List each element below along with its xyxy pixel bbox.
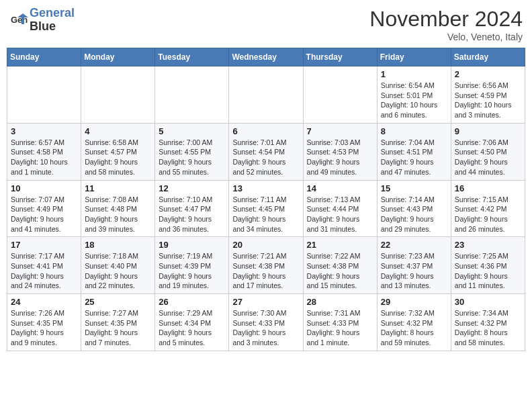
day-number: 19 — [159, 240, 225, 250]
day-number: 4 — [85, 126, 151, 136]
logo-icon: Gen — [9, 11, 28, 30]
day-info: Sunrise: 7:17 AM Sunset: 4:41 PM Dayligh… — [11, 251, 77, 291]
day-info: Sunrise: 7:11 AM Sunset: 4:45 PM Dayligh… — [232, 195, 299, 234]
weekday-header-wednesday: Wednesday — [229, 48, 303, 66]
calendar-cell: 6Sunrise: 7:01 AM Sunset: 4:54 PM Daylig… — [229, 123, 303, 180]
day-info: Sunrise: 7:31 AM Sunset: 4:33 PM Dayligh… — [307, 308, 373, 348]
calendar-cell: 1Sunrise: 6:54 AM Sunset: 5:01 PM Daylig… — [377, 66, 451, 124]
day-number: 18 — [85, 240, 151, 250]
day-number: 15 — [381, 183, 447, 193]
day-info: Sunrise: 7:32 AM Sunset: 4:32 PM Dayligh… — [381, 308, 447, 348]
calendar-cell: 26Sunrise: 7:29 AM Sunset: 4:34 PM Dayli… — [155, 294, 229, 351]
calendar-week-5: 24Sunrise: 7:26 AM Sunset: 4:35 PM Dayli… — [7, 294, 525, 351]
day-number: 21 — [307, 240, 373, 250]
calendar-cell: 25Sunrise: 7:27 AM Sunset: 4:35 PM Dayli… — [81, 294, 155, 351]
calendar-table: SundayMondayTuesdayWednesdayThursdayFrid… — [7, 48, 525, 351]
day-number: 25 — [85, 297, 151, 307]
day-info: Sunrise: 6:58 AM Sunset: 4:57 PM Dayligh… — [85, 138, 151, 177]
day-number: 13 — [232, 183, 299, 193]
calendar-cell: 15Sunrise: 7:14 AM Sunset: 4:43 PM Dayli… — [377, 180, 451, 237]
month-title: November 2024 — [369, 7, 523, 32]
calendar-cell: 23Sunrise: 7:25 AM Sunset: 4:36 PM Dayli… — [451, 237, 525, 294]
calendar-cell: 5Sunrise: 7:00 AM Sunset: 4:55 PM Daylig… — [155, 123, 229, 180]
day-number: 30 — [455, 297, 521, 307]
page-header: Gen GeneralBlue November 2024 Velo, Vene… — [7, 7, 525, 42]
day-info: Sunrise: 7:10 AM Sunset: 4:47 PM Dayligh… — [159, 195, 225, 234]
day-info: Sunrise: 7:13 AM Sunset: 4:44 PM Dayligh… — [307, 195, 373, 234]
calendar-cell — [81, 66, 155, 124]
day-info: Sunrise: 7:06 AM Sunset: 4:50 PM Dayligh… — [455, 138, 521, 177]
title-block: November 2024 Velo, Veneto, Italy — [369, 7, 523, 42]
calendar-cell: 16Sunrise: 7:15 AM Sunset: 4:42 PM Dayli… — [451, 180, 525, 237]
day-number: 14 — [307, 183, 373, 193]
calendar-cell — [155, 66, 229, 124]
day-info: Sunrise: 7:15 AM Sunset: 4:42 PM Dayligh… — [455, 195, 521, 234]
day-number: 28 — [307, 297, 373, 307]
day-info: Sunrise: 7:18 AM Sunset: 4:40 PM Dayligh… — [85, 251, 151, 291]
calendar-cell — [229, 66, 303, 124]
calendar-cell: 2Sunrise: 6:56 AM Sunset: 4:59 PM Daylig… — [451, 66, 525, 124]
calendar-week-3: 10Sunrise: 7:07 AM Sunset: 4:49 PM Dayli… — [7, 180, 525, 237]
day-number: 2 — [455, 69, 521, 79]
calendar-cell: 17Sunrise: 7:17 AM Sunset: 4:41 PM Dayli… — [7, 237, 81, 294]
calendar-week-2: 3Sunrise: 6:57 AM Sunset: 4:58 PM Daylig… — [7, 123, 525, 180]
calendar-cell: 29Sunrise: 7:32 AM Sunset: 4:32 PM Dayli… — [377, 294, 451, 351]
day-info: Sunrise: 7:03 AM Sunset: 4:53 PM Dayligh… — [307, 138, 373, 177]
weekday-header-tuesday: Tuesday — [155, 48, 229, 66]
day-number: 5 — [159, 126, 225, 136]
day-number: 24 — [11, 297, 77, 307]
calendar-cell: 3Sunrise: 6:57 AM Sunset: 4:58 PM Daylig… — [7, 123, 81, 180]
calendar-week-1: 1Sunrise: 6:54 AM Sunset: 5:01 PM Daylig… — [7, 66, 525, 124]
day-info: Sunrise: 6:56 AM Sunset: 4:59 PM Dayligh… — [455, 81, 521, 120]
calendar-cell — [303, 66, 377, 124]
day-number: 26 — [159, 297, 225, 307]
calendar-cell: 18Sunrise: 7:18 AM Sunset: 4:40 PM Dayli… — [81, 237, 155, 294]
weekday-header-thursday: Thursday — [303, 48, 377, 66]
day-number: 6 — [232, 126, 299, 136]
day-info: Sunrise: 7:01 AM Sunset: 4:54 PM Dayligh… — [232, 138, 299, 177]
calendar-cell: 24Sunrise: 7:26 AM Sunset: 4:35 PM Dayli… — [7, 294, 81, 351]
day-info: Sunrise: 7:04 AM Sunset: 4:51 PM Dayligh… — [381, 138, 447, 177]
calendar-cell: 19Sunrise: 7:19 AM Sunset: 4:39 PM Dayli… — [155, 237, 229, 294]
day-info: Sunrise: 7:14 AM Sunset: 4:43 PM Dayligh… — [381, 195, 447, 234]
day-info: Sunrise: 6:54 AM Sunset: 5:01 PM Dayligh… — [381, 81, 447, 120]
calendar-cell: 4Sunrise: 6:58 AM Sunset: 4:57 PM Daylig… — [81, 123, 155, 180]
day-info: Sunrise: 7:21 AM Sunset: 4:38 PM Dayligh… — [232, 251, 299, 291]
location-subtitle: Velo, Veneto, Italy — [369, 32, 523, 42]
calendar-cell: 28Sunrise: 7:31 AM Sunset: 4:33 PM Dayli… — [303, 294, 377, 351]
calendar-cell: 10Sunrise: 7:07 AM Sunset: 4:49 PM Dayli… — [7, 180, 81, 237]
day-info: Sunrise: 7:23 AM Sunset: 4:37 PM Dayligh… — [381, 251, 447, 291]
calendar-cell: 14Sunrise: 7:13 AM Sunset: 4:44 PM Dayli… — [303, 180, 377, 237]
day-number: 9 — [455, 126, 521, 136]
day-number: 1 — [381, 69, 447, 79]
day-number: 20 — [232, 240, 299, 250]
day-info: Sunrise: 6:57 AM Sunset: 4:58 PM Dayligh… — [11, 138, 77, 177]
calendar-cell: 12Sunrise: 7:10 AM Sunset: 4:47 PM Dayli… — [155, 180, 229, 237]
logo-text: GeneralBlue — [30, 7, 75, 34]
day-number: 3 — [11, 126, 77, 136]
day-number: 7 — [307, 126, 373, 136]
calendar-cell: 21Sunrise: 7:22 AM Sunset: 4:38 PM Dayli… — [303, 237, 377, 294]
calendar-cell: 13Sunrise: 7:11 AM Sunset: 4:45 PM Dayli… — [229, 180, 303, 237]
day-info: Sunrise: 7:27 AM Sunset: 4:35 PM Dayligh… — [85, 308, 151, 348]
calendar-cell: 22Sunrise: 7:23 AM Sunset: 4:37 PM Dayli… — [377, 237, 451, 294]
calendar-cell: 27Sunrise: 7:30 AM Sunset: 4:33 PM Dayli… — [229, 294, 303, 351]
weekday-header-saturday: Saturday — [451, 48, 525, 66]
calendar-cell — [7, 66, 81, 124]
weekday-header-friday: Friday — [377, 48, 451, 66]
day-info: Sunrise: 7:19 AM Sunset: 4:39 PM Dayligh… — [159, 251, 225, 291]
calendar-cell: 7Sunrise: 7:03 AM Sunset: 4:53 PM Daylig… — [303, 123, 377, 180]
day-info: Sunrise: 7:25 AM Sunset: 4:36 PM Dayligh… — [455, 251, 521, 291]
day-info: Sunrise: 7:29 AM Sunset: 4:34 PM Dayligh… — [159, 308, 225, 348]
day-info: Sunrise: 7:34 AM Sunset: 4:32 PM Dayligh… — [455, 308, 521, 348]
day-info: Sunrise: 7:00 AM Sunset: 4:55 PM Dayligh… — [159, 138, 225, 177]
calendar-cell: 20Sunrise: 7:21 AM Sunset: 4:38 PM Dayli… — [229, 237, 303, 294]
day-number: 16 — [455, 183, 521, 193]
weekday-header-monday: Monday — [81, 48, 155, 66]
calendar-cell: 8Sunrise: 7:04 AM Sunset: 4:51 PM Daylig… — [377, 123, 451, 180]
logo: Gen GeneralBlue — [9, 7, 75, 34]
day-info: Sunrise: 7:22 AM Sunset: 4:38 PM Dayligh… — [307, 251, 373, 291]
weekday-header-sunday: Sunday — [7, 48, 81, 66]
calendar-week-4: 17Sunrise: 7:17 AM Sunset: 4:41 PM Dayli… — [7, 237, 525, 294]
day-number: 8 — [381, 126, 447, 136]
